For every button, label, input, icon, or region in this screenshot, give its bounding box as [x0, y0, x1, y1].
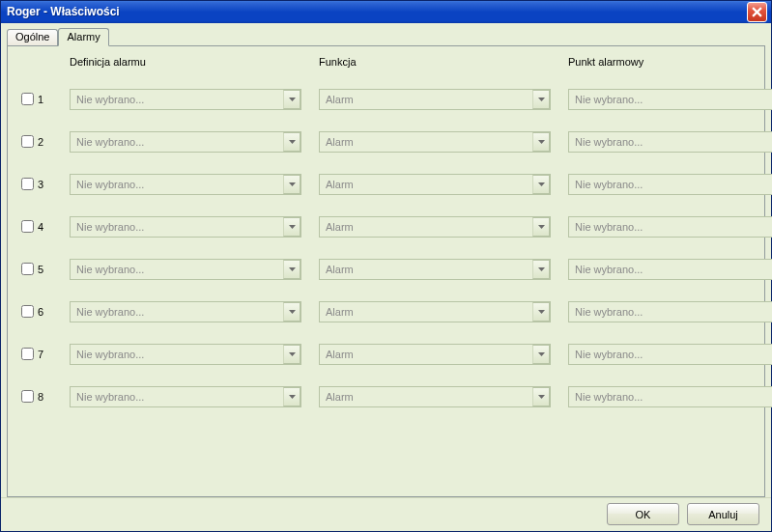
alarm-function-combo-dropdown-button[interactable]	[532, 302, 550, 322]
properties-window: Roger - Właściwości Ogólne Alarmy Defini…	[0, 0, 772, 532]
alarm-function-combo-field[interactable]	[319, 131, 551, 153]
chevron-down-icon	[538, 310, 545, 314]
alarm-function-combo-field[interactable]	[319, 386, 551, 407]
row-enable-checkbox[interactable]	[21, 348, 34, 360]
alarm-function-combo-field[interactable]	[319, 344, 551, 365]
alarm-point-combo[interactable]	[568, 216, 772, 238]
alarm-definition-combo-dropdown-button[interactable]	[283, 387, 300, 406]
alarm-definition-combo-field[interactable]	[70, 301, 301, 322]
header-point: Punkt alarmowy	[568, 56, 772, 68]
row-enable-checkbox[interactable]	[21, 305, 34, 318]
row-number: 7	[38, 349, 43, 360]
alarm-definition-combo[interactable]	[70, 344, 301, 365]
row-number: 3	[38, 179, 43, 190]
alarm-definition-combo[interactable]	[70, 259, 301, 280]
row-selector: 3	[21, 178, 52, 190]
alarm-function-combo[interactable]	[319, 216, 551, 238]
alarm-definition-combo-field[interactable]	[70, 259, 301, 280]
chevron-down-icon	[289, 140, 296, 144]
alarm-function-combo-dropdown-button[interactable]	[532, 345, 550, 364]
alarm-point-combo-field[interactable]	[568, 344, 772, 365]
alarm-function-combo-field[interactable]	[319, 259, 551, 280]
alarm-function-combo-dropdown-button[interactable]	[532, 260, 550, 279]
alarm-point-combo-field[interactable]	[568, 259, 772, 280]
chevron-down-icon	[538, 352, 545, 356]
chevron-down-icon	[538, 98, 545, 101]
alarm-function-combo[interactable]	[319, 259, 551, 280]
alarm-point-combo[interactable]	[568, 386, 772, 407]
alarm-definition-combo-dropdown-button[interactable]	[283, 260, 300, 279]
chevron-down-icon	[289, 395, 296, 399]
row-enable-checkbox[interactable]	[21, 220, 34, 233]
tabs-area: Ogólne Alarmy Definicja alarmu Funkcja P…	[7, 27, 765, 497]
header-function: Funkcja	[319, 56, 551, 68]
tab-alarms[interactable]: Alarmy	[58, 28, 108, 46]
alarm-point-combo-field[interactable]	[568, 131, 772, 153]
alarm-definition-combo[interactable]	[70, 301, 301, 322]
alarm-function-combo[interactable]	[319, 174, 551, 195]
alarm-function-combo-dropdown-button[interactable]	[532, 387, 550, 406]
alarm-function-combo-field[interactable]	[319, 89, 551, 110]
alarm-definition-combo-field[interactable]	[70, 89, 301, 110]
alarm-point-combo-field[interactable]	[568, 216, 772, 238]
alarm-function-combo[interactable]	[319, 386, 551, 407]
alarm-function-combo[interactable]	[319, 131, 551, 153]
alarm-function-combo-field[interactable]	[319, 216, 551, 238]
alarm-point-combo-field[interactable]	[568, 301, 772, 322]
alarm-point-combo[interactable]	[568, 344, 772, 365]
alarm-definition-combo-dropdown-button[interactable]	[283, 217, 300, 237]
alarm-definition-combo[interactable]	[70, 216, 301, 238]
alarm-function-combo[interactable]	[319, 89, 551, 110]
chevron-down-icon	[538, 395, 545, 399]
row-selector: 1	[21, 93, 52, 105]
alarm-point-combo[interactable]	[568, 259, 772, 280]
alarm-function-combo[interactable]	[319, 344, 551, 365]
alarm-definition-combo-field[interactable]	[70, 174, 301, 195]
row-enable-checkbox[interactable]	[21, 178, 34, 190]
alarm-definition-combo-dropdown-button[interactable]	[283, 90, 300, 109]
alarm-function-combo-dropdown-button[interactable]	[532, 132, 550, 152]
header-definition: Definicja alarmu	[70, 56, 301, 68]
tabs: Ogólne Alarmy	[7, 27, 765, 45]
cancel-button[interactable]: Anuluj	[687, 503, 759, 525]
alarm-definition-combo[interactable]	[70, 174, 301, 195]
tab-panel-alarms: Definicja alarmu Funkcja Punkt alarmowy …	[7, 45, 765, 497]
ok-button[interactable]: OK	[607, 503, 679, 525]
alarm-function-combo-field[interactable]	[319, 174, 551, 195]
titlebar: Roger - Właściwości	[1, 1, 771, 23]
alarm-definition-combo-dropdown-button[interactable]	[283, 175, 300, 194]
alarm-definition-combo-dropdown-button[interactable]	[283, 302, 300, 322]
alarm-function-combo[interactable]	[319, 301, 551, 322]
alarm-point-combo[interactable]	[568, 131, 772, 153]
alarm-function-combo-dropdown-button[interactable]	[532, 175, 550, 194]
chevron-down-icon	[289, 98, 296, 101]
alarm-point-combo[interactable]	[568, 174, 772, 195]
alarm-definition-combo-field[interactable]	[70, 386, 301, 407]
alarm-function-combo-dropdown-button[interactable]	[532, 90, 550, 109]
alarm-point-combo-field[interactable]	[568, 89, 772, 110]
row-selector: 7	[21, 348, 52, 360]
alarm-function-combo-field[interactable]	[319, 301, 551, 322]
row-enable-checkbox[interactable]	[21, 390, 34, 403]
alarm-definition-combo[interactable]	[70, 89, 301, 110]
alarm-function-combo-dropdown-button[interactable]	[532, 217, 550, 237]
alarm-point-combo[interactable]	[568, 89, 772, 110]
close-button[interactable]	[747, 2, 767, 22]
alarm-point-combo-field[interactable]	[568, 386, 772, 407]
alarm-point-combo-field[interactable]	[568, 174, 772, 195]
alarm-definition-combo-dropdown-button[interactable]	[283, 345, 300, 364]
alarm-definition-combo-field[interactable]	[70, 131, 301, 153]
row-enable-checkbox[interactable]	[21, 93, 34, 105]
row-enable-checkbox[interactable]	[21, 135, 34, 148]
alarm-definition-combo-field[interactable]	[70, 344, 301, 365]
alarm-definition-combo-dropdown-button[interactable]	[283, 132, 300, 152]
alarm-point-combo[interactable]	[568, 301, 772, 322]
row-number: 6	[38, 306, 43, 318]
alarm-definition-combo[interactable]	[70, 131, 301, 153]
chevron-down-icon	[289, 225, 296, 229]
alarm-definition-combo[interactable]	[70, 386, 301, 407]
alarm-definition-combo-field[interactable]	[70, 216, 301, 238]
row-number: 1	[38, 94, 43, 105]
chevron-down-icon	[289, 267, 296, 271]
row-enable-checkbox[interactable]	[21, 263, 34, 275]
